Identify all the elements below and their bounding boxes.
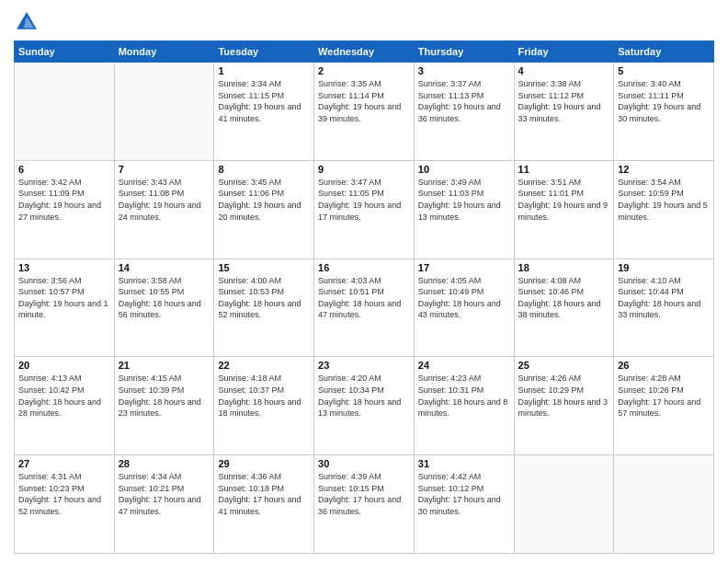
- day-info: Sunrise: 4:39 AMSunset: 10:15 PMDaylight…: [318, 471, 410, 517]
- day-info: Sunrise: 4:36 AMSunset: 10:18 PMDaylight…: [218, 471, 310, 517]
- day-number: 17: [418, 262, 510, 273]
- calendar-cell: 25Sunrise: 4:26 AMSunset: 10:29 PMDaylig…: [514, 357, 614, 455]
- calendar-cell: 28Sunrise: 4:34 AMSunset: 10:21 PMDaylig…: [114, 455, 214, 554]
- day-number: 16: [318, 262, 410, 273]
- header: [14, 9, 714, 35]
- day-info: Sunrise: 4:20 AMSunset: 10:34 PMDaylight…: [318, 373, 410, 419]
- calendar-cell: 27Sunrise: 4:31 AMSunset: 10:23 PMDaylig…: [15, 455, 115, 554]
- day-number: 12: [618, 164, 710, 175]
- calendar-cell: [614, 455, 714, 554]
- week-row-4: 27Sunrise: 4:31 AMSunset: 10:23 PMDaylig…: [15, 455, 714, 554]
- logo-icon: [14, 9, 40, 35]
- dow-header-wednesday: Wednesday: [314, 41, 415, 63]
- calendar-body: 1Sunrise: 3:34 AMSunset: 11:15 PMDayligh…: [15, 63, 714, 554]
- day-info: Sunrise: 4:15 AMSunset: 10:39 PMDaylight…: [119, 373, 210, 419]
- day-info: Sunrise: 3:37 AMSunset: 11:13 PMDaylight…: [418, 78, 510, 124]
- calendar-cell: 5Sunrise: 3:40 AMSunset: 11:11 PMDayligh…: [614, 63, 714, 161]
- dow-header-sunday: Sunday: [15, 41, 115, 63]
- week-row-0: 1Sunrise: 3:34 AMSunset: 11:15 PMDayligh…: [15, 63, 714, 161]
- day-info: Sunrise: 3:49 AMSunset: 11:03 PMDaylight…: [418, 177, 510, 223]
- week-row-2: 13Sunrise: 3:56 AMSunset: 10:57 PMDaylig…: [15, 259, 714, 357]
- calendar-cell: 31Sunrise: 4:42 AMSunset: 10:12 PMDaylig…: [414, 455, 514, 554]
- day-info: Sunrise: 3:34 AMSunset: 11:15 PMDaylight…: [218, 78, 310, 124]
- calendar-cell: 4Sunrise: 3:38 AMSunset: 11:12 PMDayligh…: [514, 63, 614, 161]
- day-number: 24: [418, 360, 510, 371]
- week-row-3: 20Sunrise: 4:13 AMSunset: 10:42 PMDaylig…: [15, 357, 714, 455]
- calendar-cell: 7Sunrise: 3:43 AMSunset: 11:08 PMDayligh…: [114, 160, 214, 259]
- week-row-1: 6Sunrise: 3:42 AMSunset: 11:09 PMDayligh…: [15, 160, 714, 259]
- day-number: 31: [418, 458, 510, 469]
- calendar-cell: 8Sunrise: 3:45 AMSunset: 11:06 PMDayligh…: [214, 160, 314, 259]
- calendar-cell: 26Sunrise: 4:28 AMSunset: 10:26 PMDaylig…: [614, 357, 714, 455]
- day-info: Sunrise: 3:35 AMSunset: 11:14 PMDaylight…: [318, 78, 410, 124]
- day-number: 11: [518, 164, 610, 175]
- day-info: Sunrise: 3:47 AMSunset: 11:05 PMDaylight…: [318, 177, 410, 223]
- day-info: Sunrise: 4:34 AMSunset: 10:21 PMDaylight…: [119, 471, 210, 517]
- day-info: Sunrise: 4:31 AMSunset: 10:23 PMDaylight…: [18, 471, 110, 517]
- calendar-cell: 14Sunrise: 3:58 AMSunset: 10:55 PMDaylig…: [114, 259, 214, 357]
- calendar-cell: 13Sunrise: 3:56 AMSunset: 10:57 PMDaylig…: [15, 259, 115, 357]
- day-info: Sunrise: 3:42 AMSunset: 11:09 PMDaylight…: [18, 177, 110, 223]
- day-info: Sunrise: 4:00 AMSunset: 10:53 PMDaylight…: [218, 275, 310, 321]
- dow-header-friday: Friday: [514, 41, 614, 63]
- calendar-cell: 10Sunrise: 3:49 AMSunset: 11:03 PMDaylig…: [414, 160, 514, 259]
- calendar-cell: [114, 63, 214, 161]
- day-number: 9: [318, 164, 410, 175]
- calendar-cell: 1Sunrise: 3:34 AMSunset: 11:15 PMDayligh…: [214, 63, 314, 161]
- day-number: 2: [318, 65, 410, 76]
- day-info: Sunrise: 3:43 AMSunset: 11:08 PMDaylight…: [119, 177, 210, 223]
- day-number: 10: [418, 164, 510, 175]
- calendar-cell: 29Sunrise: 4:36 AMSunset: 10:18 PMDaylig…: [214, 455, 314, 554]
- logo: [14, 9, 43, 35]
- day-info: Sunrise: 4:03 AMSunset: 10:51 PMDaylight…: [318, 275, 410, 321]
- calendar-cell: 17Sunrise: 4:05 AMSunset: 10:49 PMDaylig…: [414, 259, 514, 357]
- day-info: Sunrise: 4:10 AMSunset: 10:44 PMDaylight…: [618, 275, 710, 321]
- day-info: Sunrise: 4:13 AMSunset: 10:42 PMDaylight…: [18, 373, 110, 419]
- day-info: Sunrise: 3:45 AMSunset: 11:06 PMDaylight…: [218, 177, 310, 223]
- day-number: 18: [518, 262, 610, 273]
- day-number: 21: [119, 360, 210, 371]
- calendar-cell: 6Sunrise: 3:42 AMSunset: 11:09 PMDayligh…: [15, 160, 115, 259]
- calendar-cell: [514, 455, 614, 554]
- day-number: 15: [218, 262, 310, 273]
- day-number: 27: [18, 458, 110, 469]
- page: SundayMondayTuesdayWednesdayThursdayFrid…: [0, 0, 728, 563]
- day-info: Sunrise: 3:40 AMSunset: 11:11 PMDaylight…: [618, 78, 710, 124]
- calendar-cell: 9Sunrise: 3:47 AMSunset: 11:05 PMDayligh…: [314, 160, 415, 259]
- calendar-cell: [15, 63, 115, 161]
- day-info: Sunrise: 3:58 AMSunset: 10:55 PMDaylight…: [119, 275, 210, 321]
- day-number: 5: [618, 65, 710, 76]
- calendar-cell: 23Sunrise: 4:20 AMSunset: 10:34 PMDaylig…: [314, 357, 415, 455]
- day-number: 28: [119, 458, 210, 469]
- calendar-cell: 22Sunrise: 4:18 AMSunset: 10:37 PMDaylig…: [214, 357, 314, 455]
- day-number: 1: [218, 65, 310, 76]
- day-number: 6: [18, 164, 110, 175]
- day-info: Sunrise: 4:42 AMSunset: 10:12 PMDaylight…: [418, 471, 510, 517]
- day-info: Sunrise: 3:51 AMSunset: 11:01 PMDaylight…: [518, 177, 610, 223]
- day-number: 4: [518, 65, 610, 76]
- day-number: 25: [518, 360, 610, 371]
- day-info: Sunrise: 4:23 AMSunset: 10:31 PMDaylight…: [418, 373, 510, 419]
- calendar-cell: 24Sunrise: 4:23 AMSunset: 10:31 PMDaylig…: [414, 357, 514, 455]
- calendar-cell: 19Sunrise: 4:10 AMSunset: 10:44 PMDaylig…: [614, 259, 714, 357]
- day-info: Sunrise: 4:18 AMSunset: 10:37 PMDaylight…: [218, 373, 310, 419]
- day-of-week-row: SundayMondayTuesdayWednesdayThursdayFrid…: [15, 41, 714, 63]
- day-number: 13: [18, 262, 110, 273]
- day-number: 3: [418, 65, 510, 76]
- day-number: 23: [318, 360, 410, 371]
- day-number: 30: [318, 458, 410, 469]
- day-number: 20: [18, 360, 110, 371]
- calendar-cell: 16Sunrise: 4:03 AMSunset: 10:51 PMDaylig…: [314, 259, 415, 357]
- day-number: 7: [119, 164, 210, 175]
- day-number: 14: [119, 262, 210, 273]
- calendar-cell: 11Sunrise: 3:51 AMSunset: 11:01 PMDaylig…: [514, 160, 614, 259]
- calendar-cell: 20Sunrise: 4:13 AMSunset: 10:42 PMDaylig…: [15, 357, 115, 455]
- calendar-cell: 2Sunrise: 3:35 AMSunset: 11:14 PMDayligh…: [314, 63, 415, 161]
- calendar-cell: 3Sunrise: 3:37 AMSunset: 11:13 PMDayligh…: [414, 63, 514, 161]
- dow-header-tuesday: Tuesday: [214, 41, 314, 63]
- calendar-cell: 15Sunrise: 4:00 AMSunset: 10:53 PMDaylig…: [214, 259, 314, 357]
- day-info: Sunrise: 3:54 AMSunset: 10:59 PMDaylight…: [618, 177, 710, 223]
- calendar-cell: 18Sunrise: 4:08 AMSunset: 10:46 PMDaylig…: [514, 259, 614, 357]
- calendar-cell: 21Sunrise: 4:15 AMSunset: 10:39 PMDaylig…: [114, 357, 214, 455]
- day-info: Sunrise: 4:08 AMSunset: 10:46 PMDaylight…: [518, 275, 610, 321]
